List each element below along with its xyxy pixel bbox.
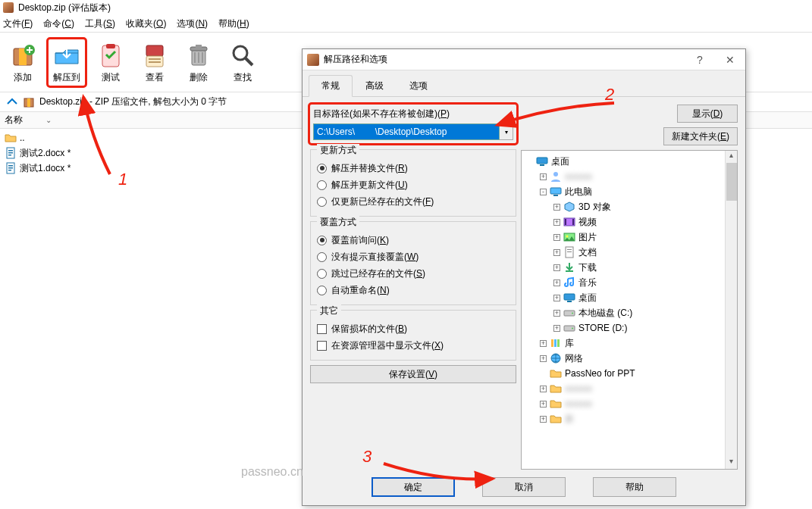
tree-item[interactable]: -此电脑 [523, 184, 735, 199]
tree-item[interactable]: +文档 [523, 245, 735, 260]
desktop-icon [536, 155, 548, 167]
tree-item[interactable]: 桌面 [523, 154, 735, 169]
radio-icon[interactable] [317, 269, 327, 279]
tree-item[interactable]: +STORE (D:) [523, 320, 735, 336]
dialog-close-button[interactable]: ✕ [715, 49, 745, 70]
svg-rect-11 [196, 45, 202, 48]
radio-icon[interactable] [317, 164, 327, 173]
tree-expander-icon[interactable]: + [540, 401, 547, 408]
tree-label: 此电脑 [565, 186, 592, 198]
option-row[interactable]: 解压并替换文件(R) [317, 160, 509, 176]
test-button[interactable]: 测试 [92, 41, 129, 84]
radio-icon[interactable] [317, 286, 327, 295]
view-button[interactable]: 查看 [136, 41, 173, 84]
tree-expander-icon[interactable]: + [553, 249, 560, 256]
tree-expander-icon[interactable]: + [553, 310, 560, 317]
menu-item[interactable]: 收藏夹(O) [126, 17, 166, 30]
tree-item[interactable]: +下载 [523, 260, 735, 275]
checkbox-icon[interactable] [317, 324, 327, 334]
tree-expander-icon[interactable]: + [540, 173, 547, 180]
menu-item[interactable]: 文件(F) [3, 17, 33, 30]
tree-expander-icon[interactable]: + [553, 204, 560, 211]
overwrite-mode-group: 覆盖方式 覆盖前询问(K)没有提示直接覆盖(W)跳过已经存在的文件(S)自动重命… [310, 221, 516, 305]
tab-0[interactable]: 常规 [309, 75, 353, 97]
dialog-icon [307, 54, 319, 66]
option-row[interactable]: 自动重命名(N) [317, 282, 509, 298]
tree-label: 桌面 [551, 155, 569, 168]
tree-expander-icon[interactable]: + [540, 416, 547, 423]
delete-button[interactable]: 删除 [180, 41, 217, 84]
lib-icon [550, 337, 562, 349]
dialog-help-button[interactable]: ? [685, 49, 715, 70]
tree-item[interactable]: +xxxxxx [523, 169, 735, 184]
option-label: 自动重命名(N) [331, 284, 390, 297]
column-name[interactable]: 名称 [5, 114, 45, 126]
option-row[interactable]: 跳过已经存在的文件(S) [317, 265, 509, 282]
svg-rect-16 [8, 150, 13, 151]
tree-item[interactable]: +3D 对象 [523, 199, 735, 214]
tree-item[interactable]: PassNeo for PPT [523, 366, 735, 381]
option-row[interactable]: 保留损坏的文件(B) [317, 320, 509, 337]
tab-2[interactable]: 选项 [397, 75, 440, 96]
save-settings-button[interactable]: 保存设置(V) [310, 365, 516, 383]
tree-item[interactable]: +图片 [523, 230, 735, 245]
menu-item[interactable]: 选项(N) [177, 17, 208, 30]
tree-scrollbar[interactable]: ▴▾ [725, 151, 737, 469]
ok-button[interactable]: 确定 [372, 477, 455, 497]
svg-rect-14 [27, 98, 30, 107]
menu-item[interactable]: 工具(S) [85, 17, 115, 30]
tree-item[interactable]: +新 [523, 411, 735, 426]
tree-expander-icon[interactable]: + [553, 325, 560, 332]
tree-expander-icon[interactable]: + [553, 279, 560, 286]
tree-expander-icon[interactable]: + [553, 264, 560, 271]
dl-icon [563, 261, 575, 273]
display-button[interactable]: 显示(D) [677, 105, 738, 123]
tree-item[interactable]: +xxxxxx [523, 396, 735, 411]
tree-expander-icon[interactable]: - [540, 189, 547, 195]
option-label: 跳过已经存在的文件(S) [331, 267, 425, 280]
menu-item[interactable]: 帮助(H) [218, 17, 249, 30]
title-bar: Desktop.zip (评估版本) [0, 0, 812, 15]
tree-item[interactable]: +xxxxxx [523, 381, 735, 396]
file-type-icon [5, 147, 17, 159]
target-path-input[interactable] [313, 123, 500, 140]
tree-item[interactable]: +音乐 [523, 275, 735, 290]
find-button[interactable]: 查找 [224, 41, 261, 84]
tree-expander-icon[interactable]: + [540, 355, 547, 362]
option-label: 没有提示直接覆盖(W) [331, 251, 419, 264]
option-row[interactable]: 仅更新已经存在的文件(F) [317, 193, 509, 210]
help-button[interactable]: 帮助 [593, 477, 676, 497]
option-row[interactable]: 没有提示直接覆盖(W) [317, 248, 509, 265]
other-legend: 其它 [317, 304, 341, 317]
option-row[interactable]: 解压并更新文件(U) [317, 176, 509, 193]
radio-icon[interactable] [317, 197, 327, 207]
folder-icon [550, 383, 562, 395]
file-name: .. [20, 133, 25, 143]
tree-item[interactable]: +本地磁盘 (C:) [523, 305, 735, 320]
tree-item[interactable]: +网络 [523, 351, 735, 366]
checkbox-icon[interactable] [317, 341, 327, 351]
tree-expander-icon[interactable]: + [553, 219, 560, 226]
tree-expander-icon[interactable]: + [540, 340, 547, 347]
tree-expander-icon[interactable]: + [553, 295, 560, 301]
add-button[interactable]: 添加 [5, 41, 41, 84]
target-path-dropdown[interactable]: ▾ [500, 123, 513, 140]
tree-expander-icon[interactable]: + [540, 386, 547, 392]
dialog-title-bar[interactable]: 解压路径和选项 ? ✕ [303, 49, 745, 70]
tree-item[interactable]: +桌面 [523, 290, 735, 305]
cancel-button[interactable]: 取消 [482, 477, 566, 497]
menu-item[interactable]: 命令(C) [43, 17, 74, 30]
tree-item[interactable]: +库 [523, 336, 735, 351]
tab-1[interactable]: 高级 [353, 75, 397, 96]
radio-icon[interactable] [317, 252, 327, 262]
radio-icon[interactable] [317, 236, 327, 245]
extract-to-button[interactable]: 解压到 [49, 39, 85, 86]
tree-item[interactable]: +视频 [523, 214, 735, 230]
option-row[interactable]: 在资源管理器中显示文件(X) [317, 337, 509, 354]
option-row[interactable]: 覆盖前询问(K) [317, 232, 509, 248]
folder-tree[interactable]: 桌面+xxxxxx-此电脑+3D 对象+视频+图片+文档+下载+音乐+桌面+本地… [521, 150, 738, 470]
radio-icon[interactable] [317, 180, 327, 190]
up-icon[interactable] [6, 96, 18, 108]
new-folder-button[interactable]: 新建文件夹(E) [663, 127, 738, 145]
tree-expander-icon[interactable]: + [553, 234, 560, 241]
